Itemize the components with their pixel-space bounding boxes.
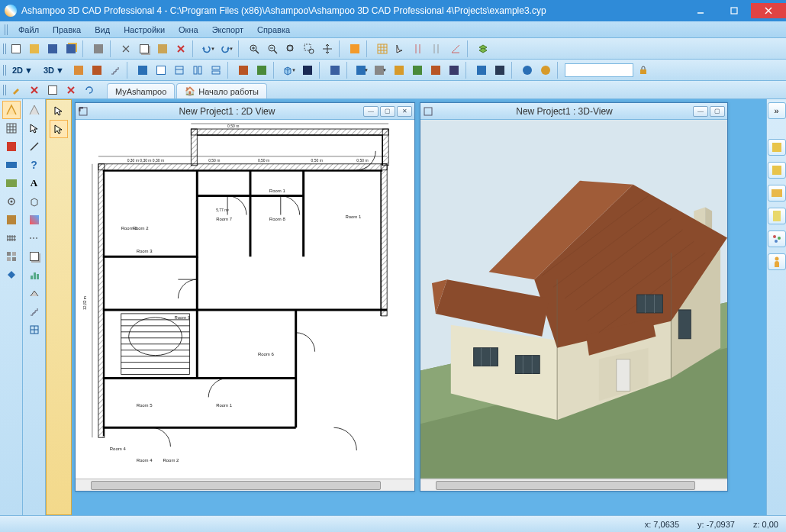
paint-icon[interactable] (25, 211, 43, 229)
menu-export[interactable]: Экспорт (206, 24, 250, 36)
furniture-icon[interactable] (446, 62, 462, 79)
subwin-tool-icon[interactable] (76, 107, 91, 116)
save-icon[interactable] (44, 40, 61, 57)
line-icon[interactable] (25, 137, 43, 156)
close-button[interactable] (751, 3, 786, 18)
shade-icon[interactable] (299, 62, 316, 79)
catalog-a-icon[interactable] (768, 139, 786, 156)
material-a-icon[interactable] (391, 62, 407, 79)
roof-icon[interactable] (89, 62, 105, 79)
undo-icon[interactable]: ▼ (200, 40, 217, 57)
dim-b-icon[interactable] (491, 62, 508, 79)
nav-b-icon[interactable] (25, 101, 43, 119)
roof2-icon[interactable] (25, 284, 43, 302)
3d-canvas[interactable] (420, 120, 727, 479)
maximize-button[interactable] (717, 3, 751, 18)
expand-icon[interactable]: » (768, 102, 786, 119)
tab-myashampoo[interactable]: MyAshampoo (107, 83, 175, 98)
tree-icon[interactable] (768, 231, 786, 247)
view-persp-icon[interactable] (253, 62, 270, 79)
person-y-icon[interactable] (768, 253, 786, 270)
select-box-icon[interactable] (50, 120, 68, 138)
color-fill-icon[interactable]: ▼ (354, 62, 371, 79)
cursor-snap-icon[interactable] (392, 40, 409, 57)
subwin-max-button[interactable]: ▢ (710, 106, 725, 117)
wall-blue-icon[interactable] (2, 156, 21, 174)
text-icon[interactable]: A (25, 174, 43, 192)
copy-icon[interactable] (136, 40, 153, 57)
surface-icon[interactable] (2, 174, 21, 192)
delete-sm-icon[interactable] (63, 82, 79, 98)
stairs2-icon[interactable] (25, 302, 43, 321)
save-as-icon[interactable] (63, 40, 79, 57)
subwindow-3d-titlebar[interactable]: New Project1 : 3D-View — ▢ (420, 103, 727, 120)
globe-icon[interactable] (519, 62, 536, 79)
view-iso-icon[interactable] (235, 62, 252, 79)
snap-angle-icon[interactable] (447, 40, 464, 57)
window2-icon[interactable] (25, 321, 43, 339)
subwin-3d-hscroll[interactable] (420, 479, 727, 491)
subwin-max-button[interactable]: ▢ (380, 106, 395, 117)
delete-icon[interactable] (172, 40, 189, 57)
grid-sm-icon[interactable] (2, 119, 21, 137)
floor-2-icon[interactable] (153, 62, 169, 79)
stamp-icon[interactable] (327, 62, 343, 79)
snap-lines2-icon[interactable] (429, 40, 446, 57)
new-icon[interactable] (8, 40, 24, 57)
zoom-out-icon[interactable] (264, 40, 281, 57)
nav-a-icon[interactable] (2, 101, 21, 119)
select-arrow-icon[interactable] (50, 102, 68, 120)
clipboard-icon[interactable] (768, 208, 786, 224)
floor-3-icon[interactable] (171, 62, 188, 79)
snap-lines-icon[interactable] (411, 40, 427, 57)
zoom-in-icon[interactable] (246, 40, 263, 57)
zoom-fit-icon[interactable] (282, 40, 299, 57)
iso-icon[interactable] (25, 192, 43, 211)
chart-icon[interactable] (25, 266, 43, 284)
pan-icon[interactable] (319, 40, 336, 57)
qmark-icon[interactable]: ? (25, 156, 43, 174)
subwindow-2d-titlebar[interactable]: New Project1 : 2D View — ▢ ✕ (76, 103, 414, 120)
subwin-min-button[interactable]: — (363, 106, 379, 117)
menu-windows[interactable]: Окна (172, 24, 205, 36)
wand-icon[interactable] (26, 82, 43, 98)
shape-blue-icon[interactable] (2, 266, 21, 284)
view-2d-button[interactable]: 2D▼ (8, 63, 37, 78)
floor-1-icon[interactable] (134, 62, 151, 79)
gear-icon[interactable] (2, 192, 21, 211)
cube-icon[interactable]: ▼ (281, 62, 298, 79)
cut-icon[interactable] (118, 40, 134, 57)
zoom-region-icon[interactable] (301, 40, 317, 57)
dim-a-icon[interactable] (473, 62, 490, 79)
print-icon[interactable] (90, 40, 107, 57)
wall-red-icon[interactable] (2, 137, 21, 156)
floorplan-canvas[interactable]: Room 1 Room 2 Room 2 Room 3 Room 4 Room … (76, 120, 414, 479)
tile-icon[interactable] (2, 247, 21, 266)
stairs-icon[interactable] (107, 62, 124, 79)
floor-5-icon[interactable] (208, 62, 224, 79)
subwin-tool-icon[interactable] (420, 107, 436, 116)
copy2-icon[interactable] (25, 247, 43, 266)
fence-icon[interactable] (2, 229, 21, 247)
material-c-icon[interactable] (427, 62, 444, 79)
open-icon[interactable] (26, 40, 43, 57)
menu-edit[interactable]: Правка (47, 24, 87, 36)
lock-icon[interactable] (635, 62, 652, 79)
texture-icon[interactable] (2, 211, 21, 229)
tab-start[interactable]: 🏠Начало работы (176, 83, 267, 98)
color-drop-icon[interactable]: ▼ (372, 62, 389, 79)
grid-icon[interactable] (374, 40, 391, 57)
catalog-b-icon[interactable] (768, 162, 786, 179)
box-icon[interactable] (44, 82, 61, 98)
subwin-min-button[interactable]: — (693, 106, 708, 117)
cursor2-icon[interactable] (25, 119, 43, 137)
toggle-ortho-icon[interactable] (346, 40, 363, 57)
view-3d-button[interactable]: 3D▼ (39, 63, 69, 78)
menu-settings[interactable]: Настройки (118, 24, 171, 36)
walls-icon[interactable] (70, 62, 87, 79)
hammer-icon[interactable] (8, 82, 24, 98)
layers-icon[interactable] (475, 40, 491, 57)
menu-view[interactable]: Вид (89, 24, 116, 36)
folder-icon[interactable] (768, 185, 786, 202)
minimize-button[interactable] (684, 3, 717, 18)
